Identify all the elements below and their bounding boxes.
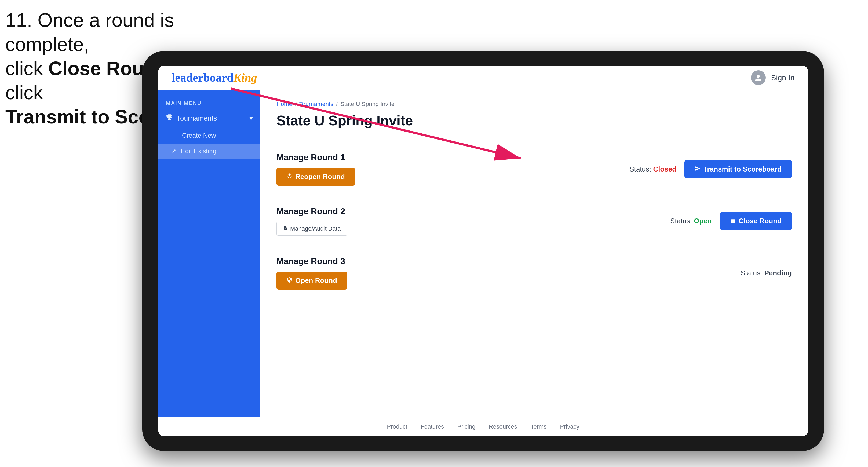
sidebar: MAIN MENU Tournaments ▾ ＋ Create New bbox=[158, 90, 260, 417]
create-new-label: Create New bbox=[182, 132, 216, 139]
plus-icon: ＋ bbox=[172, 131, 178, 140]
footer-terms[interactable]: Terms bbox=[531, 423, 547, 430]
user-avatar-icon bbox=[751, 70, 766, 85]
transmit-to-scoreboard-button[interactable]: Transmit to Scoreboard bbox=[684, 160, 792, 178]
sidebar-tournaments-label: Tournaments bbox=[177, 114, 217, 122]
footer-features[interactable]: Features bbox=[421, 423, 444, 430]
round-1-title: Manage Round 1 bbox=[276, 152, 355, 162]
app-body: MAIN MENU Tournaments ▾ ＋ Create New bbox=[158, 90, 808, 417]
breadcrumb-sep1: / bbox=[295, 101, 297, 107]
app-header: leaderboardKing Sign In bbox=[158, 66, 808, 90]
lock-icon bbox=[730, 217, 736, 225]
footer-privacy[interactable]: Privacy bbox=[560, 423, 579, 430]
tablet-screen: leaderboardKing Sign In MAIN MENU bbox=[158, 66, 808, 436]
round-2-section: Manage Round 2 Manage/Audit Data Status:… bbox=[276, 196, 792, 246]
edit-icon bbox=[172, 147, 177, 155]
round-1-status-value: Closed bbox=[653, 165, 676, 173]
logo: leaderboardKing bbox=[172, 71, 257, 85]
round-2-title: Manage Round 2 bbox=[276, 207, 347, 216]
logo-area: leaderboardKing bbox=[172, 71, 257, 85]
round-2-status-value: Open bbox=[694, 217, 712, 225]
reopen-icon bbox=[287, 173, 292, 181]
main-menu-label: MAIN MENU bbox=[158, 95, 260, 109]
round-3-left: Manage Round 3 Open Round bbox=[276, 256, 347, 289]
round-1-left: Manage Round 1 Reopen Round bbox=[276, 152, 355, 186]
trophy-icon bbox=[166, 114, 173, 123]
round-3-status: Status: Pending bbox=[741, 269, 792, 277]
sidebar-create-new[interactable]: ＋ Create New bbox=[158, 127, 260, 144]
tablet-device: leaderboardKing Sign In MAIN MENU bbox=[142, 51, 824, 451]
instruction-line1: 11. Once a round is complete, bbox=[5, 9, 174, 55]
transmit-icon bbox=[694, 165, 701, 174]
open-round-icon bbox=[287, 276, 292, 285]
app-footer: Product Features Pricing Resources Terms… bbox=[158, 417, 808, 436]
page-title: State U Spring Invite bbox=[276, 113, 792, 129]
chevron-down-icon: ▾ bbox=[249, 114, 253, 122]
round-3-status-value: Pending bbox=[764, 269, 792, 277]
main-content: Home / Tournaments / State U Spring Invi… bbox=[260, 90, 808, 417]
breadcrumb-current: State U Spring Invite bbox=[340, 101, 395, 107]
sidebar-edit-existing[interactable]: Edit Existing bbox=[158, 144, 260, 159]
audit-icon bbox=[283, 225, 288, 232]
breadcrumb: Home / Tournaments / State U Spring Invi… bbox=[276, 101, 792, 107]
round-1-right: Status: Closed Transmit to Scoreboard bbox=[629, 160, 792, 178]
round-2-left: Manage Round 2 Manage/Audit Data bbox=[276, 207, 347, 236]
footer-pricing[interactable]: Pricing bbox=[457, 423, 475, 430]
breadcrumb-sep2: / bbox=[336, 101, 338, 107]
round-3-section: Manage Round 3 Open Round Status: Pendin… bbox=[276, 246, 792, 300]
round-2-status: Status: Open bbox=[670, 217, 712, 225]
round-3-right: Status: Pending bbox=[741, 269, 792, 277]
round-1-section: Manage Round 1 Reopen Round Status: Clos… bbox=[276, 142, 792, 196]
footer-product[interactable]: Product bbox=[387, 423, 407, 430]
sign-in-label[interactable]: Sign In bbox=[771, 73, 795, 82]
header-right: Sign In bbox=[751, 70, 795, 85]
breadcrumb-home[interactable]: Home bbox=[276, 101, 292, 107]
manage-audit-button[interactable]: Manage/Audit Data bbox=[276, 222, 347, 236]
open-round-button[interactable]: Open Round bbox=[276, 272, 347, 289]
close-round-button[interactable]: Close Round bbox=[720, 212, 792, 230]
sidebar-item-tournaments[interactable]: Tournaments ▾ bbox=[158, 109, 260, 127]
edit-existing-label: Edit Existing bbox=[181, 147, 216, 155]
reopen-round-button[interactable]: Reopen Round bbox=[276, 168, 355, 186]
round-1-status: Status: Closed bbox=[629, 165, 676, 174]
breadcrumb-tournaments[interactable]: Tournaments bbox=[299, 101, 333, 107]
instruction-line2: click bbox=[5, 58, 48, 79]
round-2-right: Status: Open Close Round bbox=[670, 212, 792, 230]
round-3-title: Manage Round 3 bbox=[276, 256, 347, 266]
footer-resources[interactable]: Resources bbox=[489, 423, 517, 430]
